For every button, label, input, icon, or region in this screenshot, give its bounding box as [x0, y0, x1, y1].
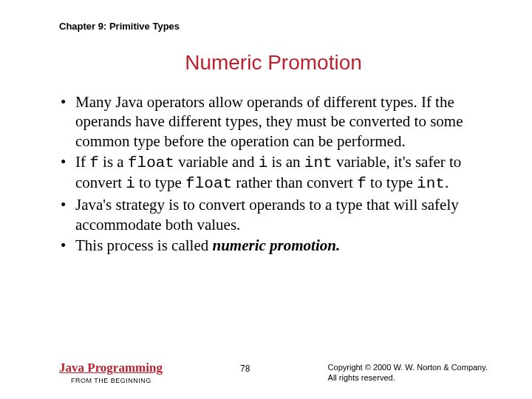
copyright: Copyright © 2000 W. W. Norton & Company.…: [328, 362, 488, 383]
bullet-list: Many Java operators allow operands of di…: [59, 92, 488, 255]
bullet-item: If f is a float variable and i is an int…: [59, 152, 488, 194]
book-subtitle: FROM THE BEGINNING: [71, 377, 163, 384]
book-brand: Java Programming FROM THE BEGINNING: [59, 361, 163, 384]
page-number: 78: [240, 364, 250, 374]
bullet-item: This process is called numeric promotion…: [59, 236, 488, 255]
chapter-label: Chapter 9: Primitive Types: [59, 21, 488, 32]
page-title: Numeric Promotion: [59, 51, 488, 75]
book-title: Java Programming: [59, 361, 163, 375]
footer: Java Programming FROM THE BEGINNING 78 C…: [59, 361, 488, 384]
bullet-item: Java's strategy is to convert operands t…: [59, 195, 488, 234]
bullet-item: Many Java operators allow operands of di…: [59, 92, 488, 151]
